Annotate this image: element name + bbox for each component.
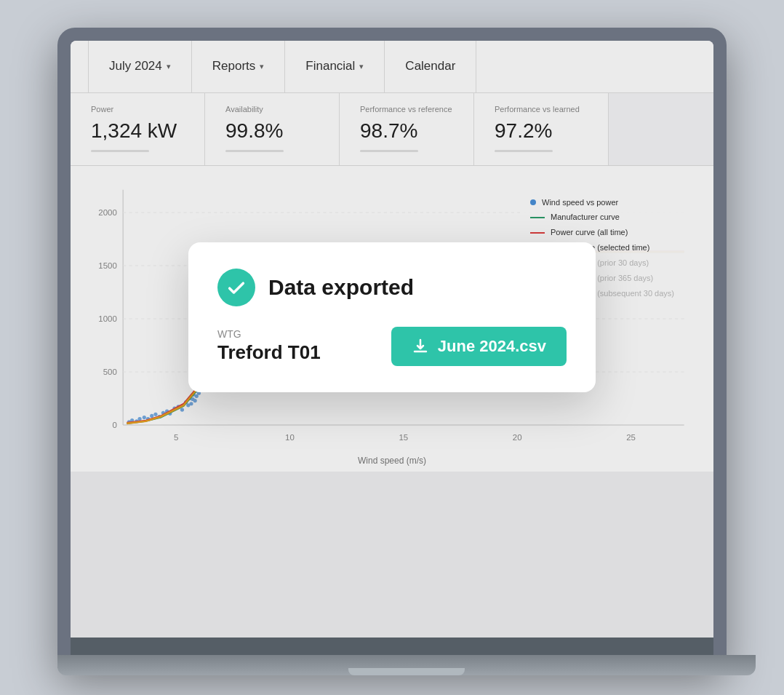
wtg-label: WTG (217, 328, 321, 340)
laptop-notch (348, 668, 465, 675)
wtg-info: WTG Treford T01 (217, 328, 321, 364)
success-check-circle (217, 269, 255, 306)
laptop-screen: July 2024 ▾ Reports ▾ Financial ▾ Calend… (71, 41, 713, 638)
laptop-shell: July 2024 ▾ Reports ▾ Financial ▾ Calend… (57, 28, 727, 668)
modal-header: Data exported (217, 269, 567, 306)
modal-overlay: Data exported WTG Treford T01 June 2024.… (71, 41, 713, 638)
laptop-base (57, 655, 756, 675)
download-label: June 2024.csv (438, 337, 546, 356)
checkmark-icon (226, 277, 247, 298)
screen-bezel-bottom (71, 638, 713, 655)
download-icon (412, 338, 429, 355)
download-csv-button[interactable]: June 2024.csv (391, 327, 567, 366)
wtg-name: Treford T01 (217, 341, 321, 364)
modal-title: Data exported (268, 275, 414, 300)
modal-body: WTG Treford T01 June 2024.csv (217, 327, 567, 366)
export-modal: Data exported WTG Treford T01 June 2024.… (188, 242, 596, 392)
